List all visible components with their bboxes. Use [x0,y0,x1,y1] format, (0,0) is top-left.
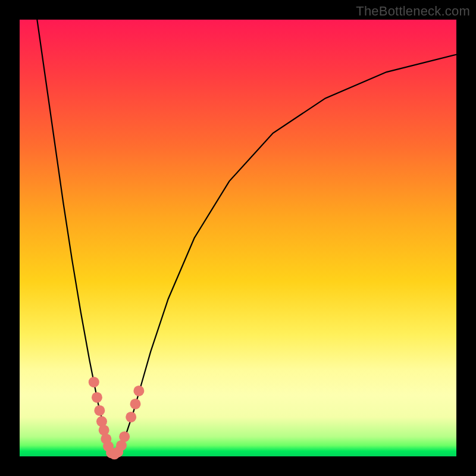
watermark-text: TheBottleneck.com [356,4,470,19]
data-point [126,412,136,422]
data-point [133,386,144,396]
chart-svg [20,20,456,456]
chart-plot-area [20,20,456,456]
data-point [92,392,102,403]
data-point [94,405,105,416]
chart-frame: TheBottleneck.com [0,0,476,476]
data-point [130,399,141,409]
data-point [89,377,99,387]
data-point [119,431,130,442]
bottleneck-curve [37,20,456,456]
data-point-markers [89,377,145,459]
